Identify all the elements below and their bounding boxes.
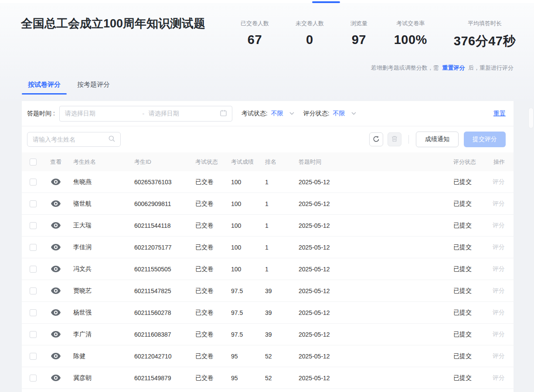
student-id: 60211560278 [128,309,189,316]
view-eye-icon[interactable] [44,375,67,381]
rescore-note: 若增删考题或调整分数，需 重置评分 后，重新进行评分 [371,64,514,72]
score-action-link[interactable]: 评分 [493,200,505,207]
student-id: 60212042710 [128,353,189,360]
view-eye-icon[interactable] [44,244,67,250]
stat-label: 已交卷人数 [241,20,269,27]
col-name: 考生姓名 [67,158,128,166]
results-panel: 答题时间 : 请选择日期 - 请选择日期 考试状态: 不限 评分状态: 不限 重… [22,101,514,392]
stat-value: 0 [306,33,313,47]
row-checkbox[interactable] [30,287,37,294]
score-action-link[interactable]: 评分 [493,265,505,272]
stat-submitted: 已交卷人数 67 [241,20,269,50]
exam-score: 100 [225,266,259,273]
reset-score-link[interactable]: 重置评分 [442,64,465,71]
exam-status: 已交卷 [189,265,225,273]
exam-score: 95 [225,353,259,360]
tab-score-by-question[interactable]: 按考题评分 [71,77,116,95]
col-exam-status: 考试状态 [189,158,225,166]
tab-score-by-paper[interactable]: 按试卷评分 [22,77,67,95]
col-rank: 排名 [259,158,293,166]
score-action-link[interactable]: 评分 [493,178,505,185]
answer-time: 2025-05-12 [293,353,440,360]
row-checkbox[interactable] [30,222,37,229]
view-eye-icon[interactable] [44,309,67,316]
rank: 52 [259,375,293,382]
grade-status: 已提交 [440,287,486,295]
delete-button[interactable] [388,132,401,146]
stat-value: 67 [248,33,262,47]
view-eye-icon[interactable] [44,266,67,272]
score-mode-tabs: 按试卷评分 按考题评分 [22,77,116,95]
stats-bar: 已交卷人数 67 未交卷人数 0 浏览量 97 考试交卷率 100% 平均填答时… [241,20,516,50]
date-range-picker[interactable]: 请选择日期 - 请选择日期 [59,106,232,122]
submit-score-button[interactable]: 提交评分 [464,132,506,147]
grade-status-filter[interactable]: 评分状态: 不限 [303,110,356,118]
score-action-link[interactable]: 评分 [493,374,505,381]
exam-score: 95 [225,375,259,382]
exam-status: 已交卷 [189,178,225,186]
row-checkbox[interactable] [30,244,37,251]
row-checkbox[interactable] [30,266,37,273]
view-eye-icon[interactable] [44,179,67,185]
row-checkbox[interactable] [30,309,37,316]
top-strip [0,0,534,3]
answer-time: 2025-05-12 [293,287,440,294]
exam-score: 97.5 [225,331,259,338]
row-checkbox[interactable] [30,375,37,382]
student-id: 60211550505 [128,266,189,273]
score-action-link[interactable]: 评分 [493,331,505,338]
view-eye-icon[interactable] [44,353,67,359]
exam-summary-header: 全国总工会成立100周年知识测试题 已交卷人数 67 未交卷人数 0 浏览量 9… [0,3,534,101]
answer-time: 2025-05-12 [293,309,440,316]
refresh-button[interactable] [369,132,383,146]
score-action-link[interactable]: 评分 [493,287,505,294]
grade-status-value[interactable]: 不限 [333,110,345,118]
chevron-down-icon[interactable] [289,112,294,115]
exam-score: 100 [225,222,259,229]
row-checkbox[interactable] [30,331,37,338]
select-all-checkbox[interactable] [30,159,37,166]
score-action-link[interactable]: 评分 [493,222,505,229]
scrollbar-thumb[interactable] [529,108,533,128]
view-eye-icon[interactable] [44,287,67,294]
search-input[interactable] [33,136,109,143]
score-action-link[interactable]: 评分 [493,352,505,359]
exam-status-filter[interactable]: 考试状态: 不限 [241,110,294,118]
exam-score: 100 [225,200,259,207]
student-name: 李广清 [67,331,128,338]
exam-status-value[interactable]: 不限 [271,110,283,118]
view-eye-icon[interactable] [44,200,67,207]
rank: 39 [259,331,293,338]
table-row: 杨世强 60211560278 已交卷 97.5 39 2025-05-12 已… [22,302,514,324]
search-box[interactable] [27,132,121,147]
stat-views: 浏览量 97 [350,20,367,50]
col-score: 考试成绩 [225,158,259,166]
score-action-link[interactable]: 评分 [493,243,505,250]
rank: 1 [259,179,293,186]
row-checkbox[interactable] [30,179,37,186]
exam-status: 已交卷 [189,374,225,382]
note-suffix: 后，重新进行评分 [468,64,514,71]
exam-score: 100 [225,179,259,186]
reset-filters-link[interactable]: 重置 [493,110,506,118]
chevron-down-icon[interactable] [351,112,356,115]
row-checkbox[interactable] [30,200,37,207]
stat-not-submitted: 未交卷人数 0 [296,20,324,50]
search-icon[interactable] [109,135,115,143]
grade-status: 已提交 [440,309,486,317]
score-notify-button[interactable]: 成绩通知 [416,132,459,147]
date-start-placeholder[interactable]: 请选择日期 [65,110,138,118]
toolbar-actions: 成绩通知 提交评分 [369,132,506,147]
row-checkbox[interactable] [30,353,37,360]
view-eye-icon[interactable] [44,331,67,338]
date-end-placeholder[interactable]: 请选择日期 [149,110,220,118]
rank: 52 [259,353,293,360]
score-action-link[interactable]: 评分 [493,309,505,316]
view-eye-icon[interactable] [44,222,67,229]
stat-value: 100% [394,33,427,47]
grade-status-label: 评分状态: [303,110,330,118]
answer-time: 2025-05-12 [293,222,440,229]
answer-time: 2025-05-12 [293,244,440,251]
table-row: 骆世航 60062909811 已交卷 100 1 2025-05-12 已提交… [22,193,514,215]
grade-status: 已提交 [440,200,486,208]
